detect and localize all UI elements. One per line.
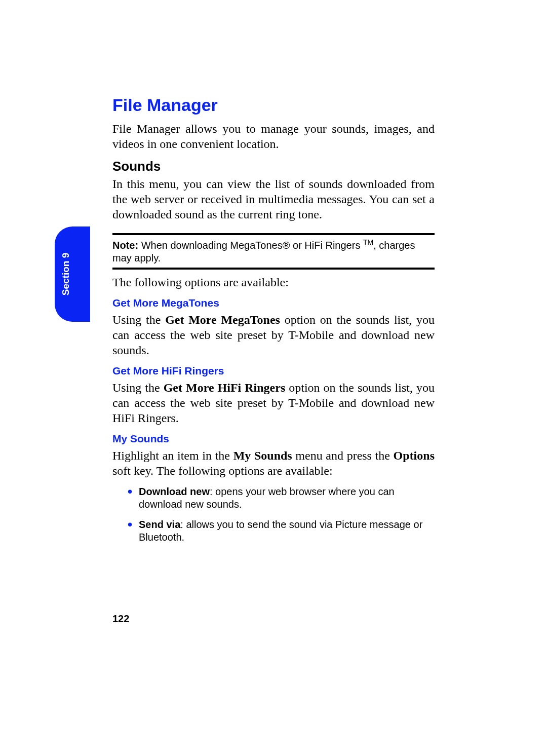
sounds-body: In this menu, you can view the list of s… — [112, 176, 435, 222]
gmh-bold: Get More HiFi Ringers — [164, 381, 286, 394]
get-more-megatones-body: Using the Get More MegaTones option on t… — [112, 312, 435, 358]
ms-post: soft key. The following options are avai… — [112, 464, 333, 477]
options-intro: The following options are available: — [112, 275, 435, 290]
list-item: Send via: allows you to send the sound v… — [128, 518, 435, 544]
page-content: File Manager File Manager allows you to … — [112, 95, 435, 551]
get-more-hifi-body: Using the Get More HiFi Ringers option o… — [112, 380, 435, 426]
note-label: Note: — [112, 240, 138, 251]
bullet1-bold: Download new — [139, 486, 210, 497]
get-more-megatones-heading: Get More MegaTones — [112, 297, 435, 309]
page-number: 122 — [112, 613, 129, 625]
list-item: Download new: opens your web browser whe… — [128, 485, 435, 511]
note-paragraph: Note: When downloading MegaTones® or HiF… — [112, 238, 435, 264]
note-body1: When downloading MegaTones® or HiFi Ring… — [138, 240, 363, 251]
ms-bold1: My Sounds — [233, 449, 292, 462]
note-rule-top — [112, 233, 435, 235]
my-sounds-body: Highlight an item in the My Sounds menu … — [112, 448, 435, 478]
bullet2-rest: : allows you to send the sound via Pictu… — [139, 519, 422, 543]
bullet2-bold: Send via — [139, 519, 180, 530]
options-list: Download new: opens your web browser whe… — [128, 485, 435, 544]
sounds-heading: Sounds — [112, 159, 435, 174]
page-title: File Manager — [112, 95, 435, 115]
get-more-hifi-heading: Get More HiFi Ringers — [112, 365, 435, 377]
section-tab: Section 9 — [55, 226, 90, 322]
ms-pre: Highlight an item in the — [112, 449, 233, 462]
note-tm: TM — [363, 238, 373, 246]
note-rule-bottom — [112, 268, 435, 270]
my-sounds-heading: My Sounds — [112, 433, 435, 445]
section-tab-label: Section 9 — [60, 253, 71, 295]
gmm-bold: Get More MegaTones — [165, 313, 280, 326]
gmh-pre: Using the — [112, 381, 164, 394]
ms-mid: menu and press the — [292, 449, 394, 462]
gmm-pre: Using the — [112, 313, 165, 326]
ms-bold2: Options — [394, 449, 435, 462]
intro-paragraph: File Manager allows you to manage your s… — [112, 121, 435, 152]
